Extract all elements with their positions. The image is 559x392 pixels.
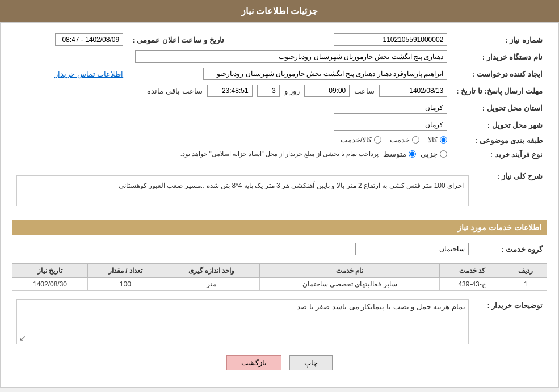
saat-label: ساعت xyxy=(354,87,375,95)
mohlat-saat-input[interactable] xyxy=(304,85,350,97)
tabaqe-khedmat-radio[interactable] xyxy=(412,136,419,144)
services-table: ردیف کد خدمت نام خدمت واحد اندازه گیری ت… xyxy=(12,263,547,291)
tabaqe-kalakhedmat-option[interactable]: کالا/خدمت xyxy=(341,136,382,144)
mohlat-roz-input[interactable] xyxy=(257,85,280,97)
tarikh-label: تاریخ و ساعت اعلان عمومی : xyxy=(128,31,235,48)
tabaqe-kala-radio[interactable] xyxy=(440,136,447,144)
cell-unit: متر xyxy=(163,278,259,291)
contact-info-link[interactable]: اطلاعات تماس خریدار xyxy=(54,70,123,78)
groheKhadamat-input[interactable] xyxy=(355,243,469,255)
col-count: تعداد / مقدار xyxy=(87,264,163,278)
ostan-input[interactable] xyxy=(334,102,447,114)
cell-radif: 1 xyxy=(505,278,547,291)
cell-count: 100 xyxy=(87,278,163,291)
farayand-jozi-label: جزیی xyxy=(421,150,438,158)
ostan-label: استان محل تحویل : xyxy=(452,99,547,116)
col-name: نام خدمت xyxy=(259,264,439,278)
mohlat-label: مهلت ارسال پاسخ: تا تاریخ : xyxy=(452,82,547,99)
cell-name: سایر فعالیتهای تخصصی ساختمان xyxy=(259,278,439,291)
tawzihat-label: توضیحات خریدار : xyxy=(473,297,547,347)
shomareNiaz-input[interactable] xyxy=(334,33,447,46)
tabaqe-khedmat-option[interactable]: خدمت xyxy=(390,136,419,144)
page-title: جزئیات اطلاعات نیاز xyxy=(241,6,318,16)
tabaqe-kala-option[interactable]: کالا xyxy=(428,136,447,144)
tarikh-input[interactable] xyxy=(55,33,123,46)
khadamat-section-title: اطلاعات خدمات مورد نیاز xyxy=(12,220,547,235)
cell-code: ج-43-439 xyxy=(440,278,505,291)
farayand-mottavaset-radio[interactable] xyxy=(409,150,416,158)
shahr-label: شهر محل تحویل : xyxy=(452,116,547,133)
page-header: جزئیات اطلاعات نیاز xyxy=(0,0,559,22)
sharh-box: اجرای 100 متر فنس کشی به ارتفاع 2 متر با… xyxy=(16,175,469,206)
sharh-label: شرح کلی نیاز : xyxy=(473,167,547,214)
tabaqe-label: طبقه بندی موضوعی : xyxy=(452,133,547,147)
print-button[interactable]: چاپ xyxy=(289,355,333,370)
tabaqe-kalakhedmat-radio[interactable] xyxy=(374,136,381,144)
col-unit: واحد اندازه گیری xyxy=(163,264,259,278)
tawzihat-box: تمام هزینه حمل و نصب با پیمانکار می باشد… xyxy=(16,299,469,344)
farayand-mottavaset-option[interactable]: متوسط xyxy=(383,150,416,158)
ijad-input[interactable] xyxy=(203,68,447,80)
tabaqe-kalakhedmat-label: کالا/خدمت xyxy=(341,136,372,144)
tabaqe-khedmat-label: خدمت xyxy=(390,136,410,144)
sharh-text: اجرای 100 متر فنس کشی به ارتفاع 2 متر با… xyxy=(119,182,464,189)
col-radif: ردیف xyxy=(505,264,547,278)
ijad-label: ایجاد کننده درخواست : xyxy=(452,65,547,82)
groheKhadamat-label: گروه خدمت : xyxy=(473,241,547,258)
farayand-jozi-option[interactable]: جزیی xyxy=(421,150,447,158)
tawzihat-text: تمام هزینه حمل و نصب با پیمانکار می باشد… xyxy=(297,302,465,311)
shahr-input[interactable] xyxy=(334,119,447,131)
shomareNiaz-label: شماره نیاز : xyxy=(452,31,547,48)
mohlat-remaining-input[interactable] xyxy=(207,85,253,97)
back-button[interactable]: بازگشت xyxy=(226,355,281,370)
tabaqe-kala-label: کالا xyxy=(428,136,438,144)
table-row: 1 ج-43-439 سایر فعالیتهای تخصصی ساختمان … xyxy=(12,278,547,291)
buttons-row: چاپ بازگشت xyxy=(12,355,547,379)
cell-date: 1402/08/30 xyxy=(12,278,88,291)
col-code: کد خدمت xyxy=(440,264,505,278)
namdastgah-input[interactable] xyxy=(135,50,447,63)
farayand-jozi-radio[interactable] xyxy=(440,150,447,158)
farayand-mottavaset-label: متوسط xyxy=(383,150,406,158)
farayand-note: پرداخت تمام یا بخشی از مبلغ خریدار از مح… xyxy=(180,150,379,158)
remaining-label: ساعت باقی مانده xyxy=(147,87,202,95)
namdastgah-label: نام دستگاه خریدار : xyxy=(452,48,547,65)
noeFarayand-label: نوع فرآیند خرید : xyxy=(452,147,547,162)
col-date: تاریخ نیاز xyxy=(12,264,88,278)
mohlat-date-input[interactable] xyxy=(379,85,447,97)
roz-label: روز و xyxy=(284,87,300,95)
